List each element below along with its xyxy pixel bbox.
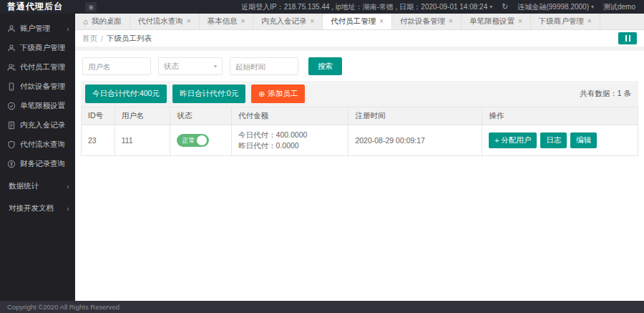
username-input[interactable] <box>82 57 151 75</box>
close-icon[interactable]: × <box>449 18 453 25</box>
sidebar-item-data-statistics[interactable]: 数据统计 ‹ <box>0 176 75 196</box>
sidebar-item-label: 数据统计 <box>9 181 39 191</box>
sidebar-item-label: 财务记录查询 <box>20 159 65 169</box>
amount-yesterday: 昨日代付：0.0000 <box>238 140 341 151</box>
status-select[interactable]: 状态 ▾ <box>158 57 223 75</box>
yesterday-total-button[interactable]: 昨日合计代付:0元 <box>172 85 245 103</box>
col-header-register-time: 注册时间 <box>348 107 482 125</box>
table-header-row: ID号 用户名 状态 代付金额 注册时间 操作 <box>82 107 638 125</box>
tab-label: 基本信息 <box>208 16 238 27</box>
cell-register-time: 2020-08-29 00:09:17 <box>348 125 482 156</box>
collapse-columns-icon <box>625 35 627 42</box>
user-icon <box>7 44 16 52</box>
sidebar-item-finance-records[interactable]: 财务记录查询 <box>0 154 75 173</box>
login-info-text: 近期登入IP：218.75.135.44 , ip地址：湖南-常德 , 日期：2… <box>241 2 487 12</box>
sidebar-item-limit-settings[interactable]: 单笔限额设置 <box>0 96 75 115</box>
today-total-button[interactable]: 今日合计代付:400元 <box>85 85 167 103</box>
tab-sub-merchants[interactable]: 下级商户管理 × <box>531 14 600 29</box>
breadcrumb: 首页 / 下级员工列表 <box>75 30 644 47</box>
tab-label: 代付员工管理 <box>331 16 376 27</box>
sidebar-item-label: 付款设备管理 <box>20 82 65 92</box>
tab-payment-flow-query[interactable]: 代付流水查询 × <box>130 14 200 29</box>
close-icon[interactable]: × <box>310 18 314 25</box>
toolbar: 今日合计代付:400元 昨日合计代付:0元 ⊕ 添加员工 共有数据：1 条 <box>81 81 638 107</box>
chevron-left-icon: ‹ <box>67 204 69 213</box>
add-employee-label: 添加员工 <box>268 89 298 99</box>
tab-recharge-records[interactable]: 内充入金记录 × <box>253 14 323 29</box>
add-employee-button[interactable]: ⊕ 添加员工 <box>251 85 305 103</box>
table-row: 23 111 正常 今日代付：400.0000 昨日代付：0.0000 <box>82 125 638 156</box>
sidebar-item-dev-docs[interactable]: 对接开发文档 ‹ <box>0 198 75 218</box>
record-count: 共有数据：1 条 <box>580 89 634 99</box>
current-user[interactable]: 测试demo <box>603 2 635 12</box>
tab-payment-devices[interactable]: 付款设备管理 × <box>392 14 462 29</box>
sidebar-item-account-mgmt[interactable]: 账户管理 ‹ <box>0 19 75 38</box>
merchant-dropdown[interactable]: 连城金融(99998.2000) ▾ <box>517 2 594 12</box>
collapse-columns-icon <box>629 35 630 42</box>
caret-down-icon: ▾ <box>489 4 492 10</box>
top-header: 普通代理后台 ≡ 近期登入IP：218.75.135.44 , ip地址：湖南-… <box>0 0 644 14</box>
toggle-knob <box>197 135 207 145</box>
sidebar-item-sub-merchants[interactable]: 下级商户管理 <box>0 38 75 57</box>
tab-label: 下级商户管理 <box>539 16 584 27</box>
cell-status: 正常 <box>170 125 232 156</box>
col-header-username: 用户名 <box>114 107 170 125</box>
log-button[interactable]: 日志 <box>540 133 567 148</box>
close-icon[interactable]: × <box>518 18 522 25</box>
status-select-value: 状态 <box>164 62 179 72</box>
tab-basic-info[interactable]: 基本信息 × <box>200 14 254 29</box>
sidebar-item-label: 下级商户管理 <box>20 43 65 53</box>
col-header-actions: 操作 <box>482 107 638 125</box>
breadcrumb-home-link[interactable]: 首页 <box>82 34 97 44</box>
start-time-input[interactable] <box>230 57 298 75</box>
sidebar-item-recharge-records[interactable]: 内充入金记录 <box>0 115 75 135</box>
assign-user-label: 分配用户 <box>501 135 531 145</box>
tab-my-desktop[interactable]: ⌂ 我的桌面 <box>75 14 130 29</box>
status-toggle-label: 正常 <box>182 136 195 145</box>
refresh-icon[interactable]: ↻ <box>502 2 508 11</box>
sidebar-item-label: 代付流水查询 <box>20 140 65 150</box>
tab-payment-staff-mgmt[interactable]: 代付员工管理 × <box>323 14 392 29</box>
copyright-text: Copyright ©2020 All Rights Reserved <box>7 303 119 311</box>
close-icon[interactable]: × <box>379 18 384 25</box>
check-circle-icon <box>7 102 16 110</box>
employee-table: ID号 用户名 状态 代付金额 注册时间 操作 23 111 <box>81 107 638 156</box>
body-row: 账户管理 ‹ 下级商户管理 代付员工管理 付款设备管理 单笔限额设置 内充 <box>0 14 644 301</box>
login-info-dropdown[interactable]: 近期登入IP：218.75.135.44 , ip地址：湖南-常德 , 日期：2… <box>241 2 492 12</box>
cell-actions: + 分配用户 日志 编辑 <box>482 125 638 156</box>
assign-user-button[interactable]: + 分配用户 <box>489 133 537 148</box>
amount-today: 今日代付：400.0000 <box>238 130 341 140</box>
hamburger-icon[interactable]: ≡ <box>85 2 97 12</box>
tab-label: 内充入金记录 <box>261 16 306 27</box>
close-icon[interactable]: × <box>241 18 245 25</box>
row-actions: + 分配用户 日志 编辑 <box>489 133 631 148</box>
sidebar-item-payment-staff[interactable]: 代付员工管理 <box>0 57 75 77</box>
caret-down-icon: ▾ <box>214 63 217 69</box>
sidebar-item-payment-flow-query[interactable]: 代付流水查询 <box>0 135 75 154</box>
main-area: ⌂ 我的桌面 代付流水查询 × 基本信息 × 内充入金记录 × 代付员工管理 <box>75 14 644 301</box>
mobile-phone-icon <box>7 82 16 91</box>
app-window: 普通代理后台 ≡ 近期登入IP：218.75.135.44 , ip地址：湖南-… <box>0 0 644 313</box>
sidebar-nav: 账户管理 ‹ 下级商户管理 代付员工管理 付款设备管理 单笔限额设置 内充 <box>0 14 75 301</box>
plus-icon: + <box>494 136 499 145</box>
tab-limit-settings[interactable]: 单笔限额设置 × <box>462 14 531 29</box>
user-icon <box>7 24 16 33</box>
filter-row: 状态 ▾ 搜索 <box>81 51 638 81</box>
page-footer: Copyright ©2020 All Rights Reserved <box>0 301 644 313</box>
sidebar-item-label: 账户管理 <box>20 24 50 34</box>
close-icon[interactable]: × <box>587 18 592 25</box>
plus-circle-icon: ⊕ <box>258 90 265 97</box>
cell-id: 23 <box>82 125 115 156</box>
collapse-columns-button[interactable] <box>618 32 637 44</box>
close-icon[interactable]: × <box>187 18 191 25</box>
chevron-left-icon: ‹ <box>67 182 69 191</box>
sidebar-item-label: 单笔限额设置 <box>20 101 65 111</box>
tab-label: 代付流水查询 <box>138 16 183 27</box>
edit-button[interactable]: 编辑 <box>570 133 597 148</box>
shield-icon <box>7 140 16 149</box>
merchant-name: 连城金融(99998.2000) <box>517 2 589 12</box>
status-toggle[interactable]: 正常 <box>177 134 209 147</box>
cell-amount: 今日代付：400.0000 昨日代付：0.0000 <box>232 125 348 156</box>
sidebar-item-payment-devices[interactable]: 付款设备管理 <box>0 77 75 96</box>
search-button[interactable]: 搜索 <box>308 57 342 75</box>
